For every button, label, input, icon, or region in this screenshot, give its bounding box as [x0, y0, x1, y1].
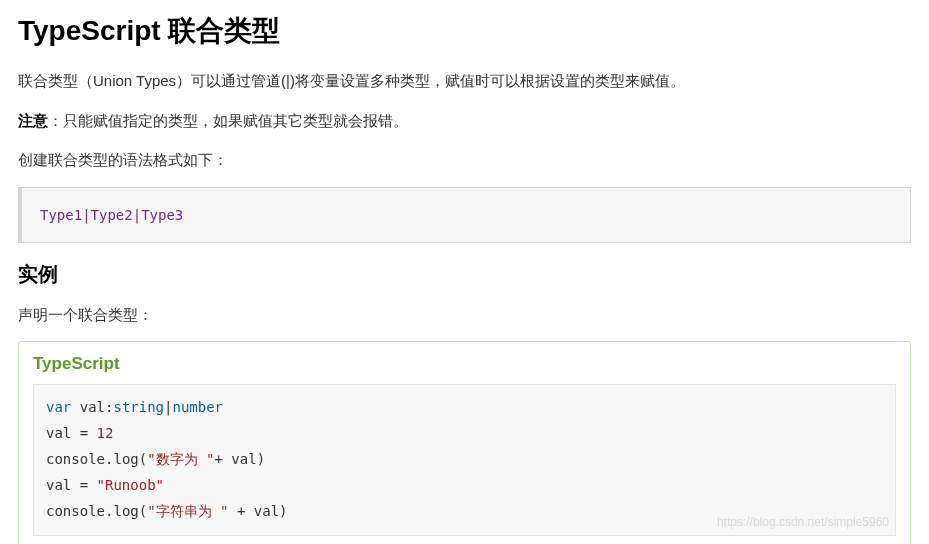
ident-console: console [46, 503, 105, 519]
watermark: https://blog.csdn.net/simple5960 [717, 511, 889, 533]
example-code-block: var val:string|number val = 12 console.l… [33, 384, 896, 535]
code-line: var val:string|number [46, 395, 883, 421]
equals: = [80, 477, 97, 493]
string-literal: "数字为 " [147, 451, 214, 467]
syntax-code: Type1|Type2|Type3 [40, 207, 183, 223]
equals: = [80, 425, 97, 441]
code-line: val = "Runoob" [46, 473, 883, 499]
ident: val [46, 477, 80, 493]
number-literal: 12 [97, 425, 114, 441]
paren-close: ) [257, 451, 265, 467]
type-string: string [113, 399, 164, 415]
example-box-title: TypeScript [33, 354, 896, 374]
paren-open: ( [139, 451, 147, 467]
ident-console: console [46, 451, 105, 467]
keyword-var: var [46, 399, 71, 415]
ident-log: log [113, 503, 138, 519]
article: TypeScript 联合类型 联合类型（Union Types）可以通过管道(… [0, 0, 929, 544]
example-intro: 声明一个联合类型： [18, 302, 911, 328]
intro-paragraph: 联合类型（Union Types）可以通过管道(|)将变量设置多种类型，赋值时可… [18, 68, 911, 94]
note-paragraph: 注意：只能赋值指定的类型，如果赋值其它类型就会报错。 [18, 108, 911, 134]
note-text: ：只能赋值指定的类型，如果赋值其它类型就会报错。 [48, 112, 408, 129]
string-literal: "字符串为 " [147, 503, 228, 519]
string-literal: "Runoob" [97, 477, 164, 493]
paren-close: ) [279, 503, 287, 519]
note-label: 注意 [18, 112, 48, 129]
type-number: number [172, 399, 223, 415]
ident-log: log [113, 451, 138, 467]
plus-expr: + val [214, 451, 256, 467]
ident: val [46, 425, 80, 441]
code-line: val = 12 [46, 421, 883, 447]
example-heading: 实例 [18, 261, 911, 288]
page-title: TypeScript 联合类型 [18, 12, 911, 50]
syntax-paragraph: 创建联合类型的语法格式如下： [18, 147, 911, 173]
syntax-code-block: Type1|Type2|Type3 [18, 187, 911, 243]
example-box: TypeScript var val:string|number val = 1… [18, 341, 911, 544]
plus-expr: + val [228, 503, 279, 519]
ident: val [71, 399, 105, 415]
code-line: console.log("数字为 "+ val) [46, 447, 883, 473]
paren-open: ( [139, 503, 147, 519]
